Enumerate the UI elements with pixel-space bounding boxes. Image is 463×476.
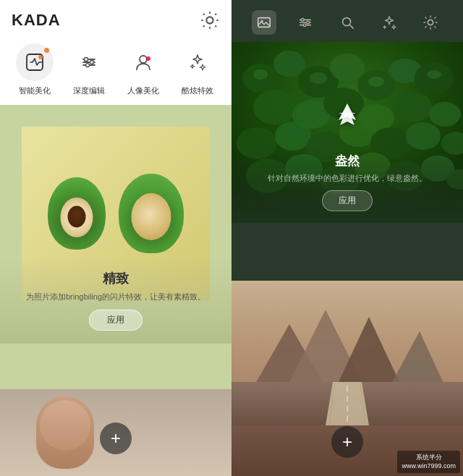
svg-point-50: [253, 69, 268, 80]
right-settings-icon[interactable]: [418, 10, 443, 35]
svg-point-2: [38, 55, 43, 59]
face-silhouette: [36, 396, 94, 469]
svg-point-18: [304, 24, 307, 27]
avocado-half-open: [48, 177, 106, 250]
right-image-icon[interactable]: [252, 10, 276, 35]
apply-button[interactable]: 应用: [89, 310, 143, 331]
smart-beautify-icon-wrap: [16, 43, 54, 81]
right-panel: 盎然 针对自然环境中的色彩进行优化，绿意盎然。 应用: [232, 0, 463, 476]
svg-point-21: [428, 20, 433, 25]
portrait-icon-wrap: [124, 43, 162, 81]
card-title: 精致: [103, 270, 129, 287]
svg-point-19: [343, 18, 351, 26]
svg-line-20: [350, 25, 354, 29]
svg-point-0: [206, 17, 213, 23]
left-header: KADA: [0, 0, 232, 38]
watermark: 系统半分 www.win7999.com: [397, 451, 460, 473]
bottom-strip: +: [0, 389, 232, 476]
portrait-label: 人像美化: [127, 85, 159, 96]
effects-icon-wrap: [179, 43, 216, 81]
svg-point-51: [310, 72, 327, 84]
plus-icon-left: +: [111, 430, 121, 447]
svg-point-7: [90, 61, 93, 64]
avocado-half-cut: [119, 174, 184, 253]
right-header: [232, 0, 463, 42]
avocado-scene: 精致 为照片添加bringbiling的闪片特效，让美有素精致。 应用: [0, 105, 232, 344]
forest-title: 盎然: [335, 153, 360, 169]
forest-section: 盎然 针对自然环境中的色彩进行优化，绿意盎然。 应用: [232, 42, 463, 281]
toolbar: 智能美化 深度编辑: [0, 38, 232, 105]
svg-point-30: [253, 90, 297, 124]
tool-cool-effects[interactable]: 酷炫特效: [179, 43, 216, 96]
right-adjust-icon[interactable]: [293, 10, 318, 35]
smart-beautify-label: 智能美化: [19, 85, 51, 96]
svg-point-16: [302, 19, 305, 22]
deep-edit-icon-wrap: [70, 43, 108, 81]
card-overlay: 精致 为照片添加bringbiling的闪片特效，让美有素精致。 应用: [0, 257, 232, 344]
watermark-line1: 系统半分: [416, 454, 442, 461]
right-sparkle-icon[interactable]: [377, 10, 402, 35]
forest-apply-button[interactable]: 应用: [322, 190, 373, 211]
deep-edit-label: 深度编辑: [73, 85, 105, 96]
plus-icon-right: +: [342, 433, 352, 451]
forest-image: 盎然 针对自然环境中的色彩进行优化，绿意盎然。 应用: [232, 42, 463, 223]
svg-point-53: [427, 70, 441, 79]
notification-dot: [44, 48, 49, 53]
svg-point-8: [85, 64, 89, 67]
svg-point-37: [275, 122, 311, 150]
svg-point-26: [330, 54, 365, 81]
add-photo-button-right[interactable]: +: [331, 426, 363, 458]
avocado-card: 精致 为照片添加bringbiling的闪片特效，让美有素精致。 应用 +: [0, 105, 232, 476]
svg-point-10: [146, 56, 150, 61]
settings-icon[interactable]: [200, 10, 220, 30]
svg-point-34: [393, 92, 432, 122]
add-photo-button-left[interactable]: +: [100, 422, 132, 454]
svg-point-41: [406, 122, 441, 150]
tool-deep-edit[interactable]: 深度编辑: [70, 43, 108, 96]
road-section: + 系统半分 www.win7999.com: [232, 281, 463, 476]
svg-point-52: [368, 77, 384, 87]
svg-point-9: [140, 56, 147, 63]
svg-point-24: [273, 51, 305, 77]
avocado-image-area: 精致 为照片添加bringbiling的闪片特效，让美有素精致。 应用: [0, 105, 232, 344]
card-desc: 为照片添加bringbiling的闪片特效，让美有素精致。: [12, 292, 220, 302]
airplane-icon: [333, 100, 362, 132]
tool-smart-beautify[interactable]: 智能美化: [16, 43, 54, 96]
svg-rect-11: [258, 18, 271, 27]
app-logo: KADA: [12, 11, 61, 30]
forest-overlay: 盎然 针对自然环境中的色彩进行优化，绿意盎然。 应用: [232, 150, 463, 223]
effects-label: 酷炫特效: [182, 85, 213, 96]
svg-point-6: [84, 58, 88, 61]
svg-point-17: [307, 21, 310, 24]
watermark-line2: www.win7999.com: [402, 462, 456, 469]
svg-point-12: [261, 20, 263, 22]
left-panel: KADA 智能美化: [0, 0, 232, 476]
tool-portrait-beautify[interactable]: 人像美化: [124, 43, 162, 96]
avocado-items: [48, 174, 184, 253]
right-search-icon[interactable]: [335, 10, 360, 35]
forest-desc: 针对自然环境中的色彩进行优化，绿意盎然。: [268, 173, 427, 184]
svg-point-35: [429, 102, 461, 127]
